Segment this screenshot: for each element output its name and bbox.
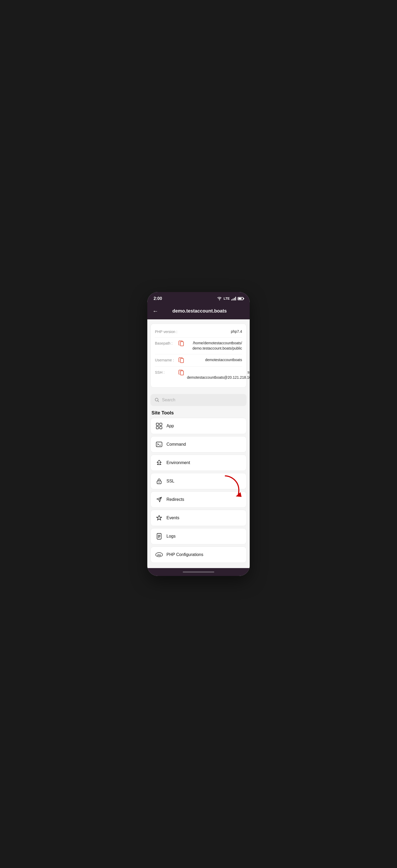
basepath-copy-button[interactable] <box>179 341 184 346</box>
ssh-value: sshdemotestaccountboats@20.121.218.164 <box>187 370 250 380</box>
username-copy-button[interactable] <box>179 358 184 363</box>
menu-item-command[interactable]: Command <box>150 436 247 453</box>
svg-rect-0 <box>180 342 184 346</box>
svg-marker-11 <box>236 492 242 497</box>
menu-list: App Command <box>147 418 250 568</box>
info-card: PHP version : php7.4 Basepath : /home/de… <box>150 323 247 388</box>
section-title: Site Tools <box>147 409 250 418</box>
phone-container: 2:00 LTE ← demo.testaccount.boats <box>147 292 250 576</box>
search-container: Search <box>147 392 250 409</box>
status-icons: LTE <box>217 297 243 301</box>
svg-rect-8 <box>156 442 162 447</box>
info-row-basepath: Basepath : /home/demotestaccountboats/de… <box>155 338 242 354</box>
menu-item-app[interactable]: App <box>150 418 247 434</box>
ssh-label: SSH : <box>155 370 179 374</box>
home-indicator <box>147 568 250 576</box>
grid-icon <box>155 422 163 430</box>
tree-icon <box>155 459 163 466</box>
svg-text:php: php <box>157 554 161 556</box>
battery-icon <box>238 297 243 300</box>
menu-item-php-configurations[interactable]: php PHP Configurations <box>150 547 247 563</box>
content: PHP version : php7.4 Basepath : /home/de… <box>147 319 250 568</box>
menu-item-redirects[interactable]: Redirects <box>150 491 247 508</box>
svg-rect-7 <box>160 427 162 429</box>
svg-rect-4 <box>156 423 159 426</box>
environment-label: Environment <box>166 460 190 465</box>
search-placeholder: Search <box>162 398 175 402</box>
logs-label: Logs <box>166 534 176 539</box>
info-row-ssh: SSH : sshdemotestaccountboats@20.121.218… <box>155 367 242 383</box>
svg-rect-5 <box>160 423 162 426</box>
lte-label: LTE <box>223 297 230 301</box>
menu-item-logs[interactable]: Logs <box>150 528 247 545</box>
ssh-copy-button[interactable] <box>179 370 184 376</box>
menu-item-events[interactable]: Events <box>150 510 247 526</box>
header: ← demo.testaccount.boats <box>147 305 250 319</box>
php-icon: php <box>155 551 163 558</box>
svg-rect-6 <box>156 427 159 429</box>
basepath-value: /home/demotestaccountboats/demo.testacco… <box>187 341 242 351</box>
info-row-username: Username : demotestaccountboats <box>155 354 242 367</box>
command-label: Command <box>166 442 186 447</box>
username-value-row: demotestaccountboats <box>179 358 242 363</box>
php-configurations-label: PHP Configurations <box>166 552 203 557</box>
wifi-icon <box>217 297 222 301</box>
svg-rect-1 <box>180 359 184 363</box>
search-bar[interactable]: Search <box>150 394 247 406</box>
document-icon <box>155 533 163 540</box>
ssl-label: SSL <box>166 479 174 484</box>
username-value: demotestaccountboats <box>187 358 242 363</box>
svg-point-10 <box>159 482 160 483</box>
info-row-php: PHP version : php7.4 <box>155 326 242 338</box>
svg-rect-2 <box>180 371 184 375</box>
basepath-label: Basepath : <box>155 341 179 345</box>
menu-item-environment[interactable]: Environment <box>150 455 247 471</box>
username-label: Username : <box>155 358 179 362</box>
lock-icon <box>155 477 163 485</box>
signal-icon <box>231 297 236 301</box>
header-title: demo.testaccount.boats <box>162 308 237 314</box>
back-button[interactable]: ← <box>153 308 158 314</box>
terminal-icon <box>155 441 163 448</box>
send-icon <box>155 496 163 503</box>
status-bar: 2:00 LTE <box>147 292 250 305</box>
status-time: 2:00 <box>154 296 162 301</box>
php-label: PHP version : <box>155 329 179 334</box>
home-bar <box>183 571 214 572</box>
star-icon <box>155 514 163 522</box>
basepath-value-row: /home/demotestaccountboats/demo.testacco… <box>179 341 242 351</box>
search-icon <box>155 398 159 402</box>
ssh-value-row: sshdemotestaccountboats@20.121.218.164 <box>179 370 250 380</box>
php-value: php7.4 <box>179 329 242 334</box>
events-label: Events <box>166 516 179 520</box>
app-label: App <box>166 424 174 428</box>
redirects-label: Redirects <box>166 497 184 502</box>
menu-item-ssl[interactable]: SSL <box>150 473 247 489</box>
